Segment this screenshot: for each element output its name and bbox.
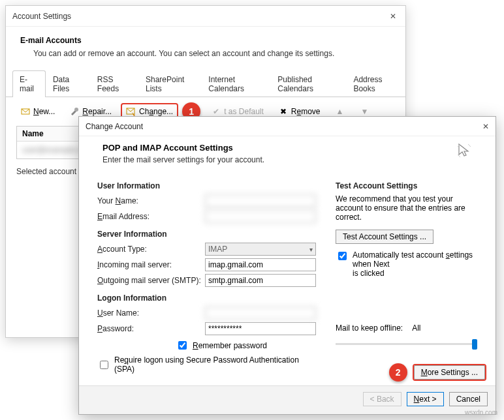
tab-address-books[interactable]: Address Books [346,70,405,97]
remove-label: Remove [291,107,321,116]
spa-label: Require logon using Secure Password Auth… [114,355,299,374]
tab-email[interactable]: E-mail [12,70,46,97]
more-settings-button[interactable]: More Settings ... [414,365,485,380]
close-icon[interactable]: ✕ [387,12,399,21]
outgoing-label: Outgoing mail server (SMTP): [97,276,205,285]
spa-checkbox[interactable] [100,361,108,369]
arrow-up-icon: ▲ [335,106,345,117]
email-input[interactable] [205,210,316,223]
change-account-title: Change Account [86,122,143,131]
tabs: E-mail Data Files RSS Feeds SharePoint L… [6,70,405,97]
user-information-group: User Information [97,181,316,190]
email-label: Email Address: [97,212,205,221]
change-icon [126,106,136,117]
pop-imap-subtext: Enter the mail server settings for your … [102,155,264,164]
mail-offline-slider[interactable] [336,337,477,352]
set-default-label: t as Default [224,107,264,116]
remember-password-label: Remember password [193,341,267,350]
account-type-value: IMAP [208,245,227,254]
email-accounts-heading: E-mail Accounts [20,36,391,45]
remember-password-checkbox[interactable] [178,341,187,350]
pop-imap-heading: POP and IMAP Account Settings [102,143,264,153]
change-label: Change... [139,107,173,116]
outgoing-input[interactable] [205,274,316,287]
next-button[interactable]: Next > [407,392,444,406]
check-icon: ✔ [211,106,221,117]
tab-data-files[interactable]: Data Files [46,70,90,97]
incoming-label: Incoming mail server: [97,260,205,269]
mail-offline-value: All [412,323,420,333]
account-settings-title: Account Settings [12,12,71,21]
username-label: User Name: [97,308,205,318]
test-account-button[interactable]: Test Account Settings ... [336,230,433,244]
watermark: wsxdn.com [465,409,497,416]
tab-rss-feeds[interactable]: RSS Feeds [90,70,138,97]
callout-2: 2 [389,363,407,382]
change-account-window: Change Account ✕ POP and IMAP Account Se… [78,116,496,415]
slider-track [336,343,477,345]
password-label: Password: [97,324,205,333]
tab-published-calendars[interactable]: Published Calendars [270,70,346,97]
remove-icon: ✖ [278,106,289,117]
repair-icon [69,106,80,117]
incoming-input[interactable] [205,258,316,271]
new-button[interactable]: New... [16,104,59,119]
new-icon [20,106,31,117]
tab-sharepoint-lists[interactable]: SharePoint Lists [138,70,201,97]
cursor-icon [456,143,472,158]
cancel-button[interactable]: Cancel [449,392,488,406]
your-name-label: Your Name: [97,196,205,205]
new-label: New... [33,107,55,116]
chevron-down-icon: ▾ [309,246,313,253]
arrow-down-icon: ▼ [360,106,370,117]
slider-thumb[interactable] [472,339,477,350]
account-type-select: IMAP ▾ [205,243,316,256]
logon-information-group: Logon Information [97,293,316,303]
mail-offline-label: Mail to keep offline: [336,323,403,333]
email-accounts-subtext: You can add or remove an account. You ca… [20,49,391,58]
account-type-label: Account Type: [97,245,205,254]
close-icon[interactable]: ✕ [482,122,489,131]
back-button: < Back [363,392,402,406]
username-input[interactable] [205,307,316,320]
server-information-group: Server Information [97,230,316,239]
password-input[interactable] [205,322,316,335]
test-settings-text: We recommend that you test your account … [336,194,477,222]
auto-test-label: Automatically test account settings when… [353,250,477,278]
repair-label: Repair... [82,107,112,116]
auto-test-checkbox[interactable] [338,252,347,260]
svg-point-1 [74,108,78,112]
tab-internet-calendars[interactable]: Internet Calendars [201,70,270,97]
test-settings-group: Test Account Settings [336,181,477,190]
your-name-input[interactable] [205,194,316,207]
